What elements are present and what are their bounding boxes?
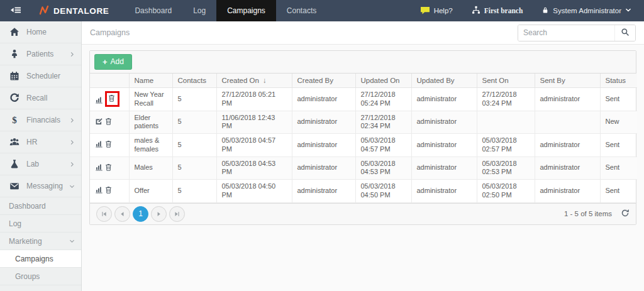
pager-buttons: 1 <box>96 206 187 222</box>
column-header-created-by[interactable]: Created By <box>292 74 355 88</box>
highlight-box <box>105 91 119 107</box>
sidebar-item-label: Marketing <box>9 237 42 246</box>
sidebar-item-groups[interactable]: Groups <box>0 268 81 285</box>
column-header-contacts[interactable]: Contacts <box>172 74 216 88</box>
sidebar-item-patients[interactable]: Patients <box>0 43 81 65</box>
add-button[interactable]: + Add <box>94 54 132 70</box>
sidebar-item-label: Campaigns <box>15 255 53 263</box>
column-header-label: Sent On <box>482 77 509 84</box>
row-edit-button[interactable] <box>95 117 103 128</box>
table-row[interactable]: Elder patients511/06/2018 12:43 PMadmini… <box>90 111 637 134</box>
column-header-status[interactable]: Status <box>600 74 637 88</box>
table-row[interactable]: Offer505/03/2018 04:50 PMadministrator05… <box>90 180 637 203</box>
seek-first-icon <box>101 209 107 219</box>
current-page-button[interactable]: 1 <box>133 206 148 222</box>
row-actions-cell <box>90 156 129 180</box>
sidebar-item-label: Recall <box>26 94 47 102</box>
table-row[interactable]: males & females505/03/2018 04:57 PMadmin… <box>90 134 637 157</box>
sidebar-item-log[interactable]: Log <box>0 215 81 233</box>
cell-name: Offer <box>129 180 172 203</box>
sidebar-item-financials[interactable]: $Financials <box>0 109 81 131</box>
sidebar-collapse-button[interactable] <box>0 0 31 21</box>
plus-icon: + <box>103 58 108 66</box>
row-stats-button[interactable] <box>95 163 103 173</box>
dentalore-logo-icon <box>39 5 49 17</box>
sidebar-item-label: Groups <box>15 272 40 281</box>
top-nav-log[interactable]: Log <box>182 0 216 21</box>
page-header: Campaigns <box>82 21 644 45</box>
chevron-down-icon <box>69 184 75 189</box>
row-delete-button[interactable] <box>108 94 116 104</box>
search-icon <box>621 28 630 38</box>
cell-created-on: 27/12/2018 05:21 PM <box>216 88 292 111</box>
trash-icon <box>108 94 116 104</box>
row-stats-button[interactable] <box>95 96 103 106</box>
trash-icon <box>104 185 113 196</box>
column-header-updated-by[interactable]: Updated By <box>411 74 477 88</box>
grid-toolbar: + Add <box>90 51 636 74</box>
previous-page-button[interactable] <box>114 206 130 222</box>
pager-info-area: 1 - 5 of 5 items <box>564 209 630 219</box>
scheduler-icon <box>8 71 21 81</box>
top-nav-campaigns[interactable]: Campaigns <box>216 0 276 21</box>
column-header-label: Sent By <box>540 77 565 84</box>
sidebar-item-messaging[interactable]: Messaging <box>0 175 81 197</box>
top-nav-dashboard[interactable]: Dashboard <box>124 0 182 21</box>
brand-name: DENTALORE <box>53 6 109 16</box>
sidebar-item-dashboard[interactable]: Dashboard <box>0 197 81 215</box>
pager-info: 1 - 5 of 5 items <box>564 210 612 217</box>
user-menu[interactable]: System Administrator <box>541 6 631 16</box>
row-stats-button[interactable] <box>95 185 103 196</box>
sidebar-item-marketing[interactable]: Marketing <box>0 233 81 250</box>
refresh-button[interactable] <box>621 209 630 219</box>
row-delete-button[interactable] <box>104 163 113 173</box>
cell-name: Elder patients <box>129 111 172 134</box>
stats-icon <box>95 96 103 106</box>
campaigns-grid: + Add NameContactsCreated On↓Created ByU… <box>89 50 636 225</box>
cell-created-on: 05/03/2018 04:53 PM <box>216 156 292 180</box>
next-page-button[interactable] <box>151 206 167 222</box>
search-button[interactable] <box>614 25 635 41</box>
main-area: Campaigns + Add <box>82 21 644 291</box>
sidebar-item-recall[interactable]: Recall <box>0 87 81 109</box>
column-header-name[interactable]: Name <box>129 74 172 88</box>
sidebar-item-home[interactable]: Home <box>0 21 81 43</box>
sidebar-item-scheduler[interactable]: Scheduler <box>0 65 81 87</box>
cell-sent-on: 05/03/2018 02:57 PM <box>477 134 535 157</box>
column-header-sent-on[interactable]: Sent On <box>477 74 535 88</box>
table-row[interactable]: New Year Recall527/12/2018 05:21 PMadmin… <box>90 88 637 111</box>
search-input[interactable] <box>518 25 614 41</box>
row-delete-button[interactable] <box>104 117 113 128</box>
column-header-sent-by[interactable]: Sent By <box>535 74 600 88</box>
sidebar: HomePatientsSchedulerRecall$FinancialsHR… <box>0 21 82 291</box>
top-nav-contacts[interactable]: Contacts <box>276 0 327 21</box>
help-button[interactable]: Help? <box>420 6 453 16</box>
first-page-button[interactable] <box>96 206 112 222</box>
sort-desc-icon: ↓ <box>263 77 267 84</box>
sidebar-item-campaigns[interactable]: Campaigns <box>0 250 81 268</box>
row-stats-button[interactable] <box>95 140 103 150</box>
cell-updated-by: administrator <box>411 134 477 157</box>
cell-updated-on: 05/03/2018 04:50 PM <box>355 180 411 203</box>
row-actions-cell <box>90 180 129 203</box>
table-row[interactable]: Males505/03/2018 04:53 PMadministrator05… <box>90 156 637 180</box>
svg-text:$: $ <box>12 115 17 125</box>
branch-selector[interactable]: First branch <box>472 6 523 16</box>
last-page-button[interactable] <box>169 206 185 222</box>
cell-status: Sent <box>600 88 637 111</box>
column-header-created-on[interactable]: Created On↓ <box>216 74 292 88</box>
column-header-label: Created By <box>297 77 334 84</box>
sidebar-item-label: Dashboard <box>9 202 46 211</box>
branch-label: First branch <box>484 7 523 14</box>
column-header-label: Status <box>606 77 626 84</box>
sidebar-item-hr[interactable]: HR <box>0 131 81 153</box>
add-button-label: Add <box>111 57 124 66</box>
cell-updated-by: administrator <box>411 88 477 111</box>
edit-icon <box>95 117 103 128</box>
sidebar-item-lab[interactable]: Lab <box>0 153 81 175</box>
cell-created-on: 11/06/2018 12:43 PM <box>216 111 292 134</box>
row-delete-button[interactable] <box>104 185 113 196</box>
row-delete-button[interactable] <box>104 140 113 150</box>
arrow-right-icon <box>156 209 162 219</box>
column-header-updated-on[interactable]: Updated On <box>355 74 411 88</box>
